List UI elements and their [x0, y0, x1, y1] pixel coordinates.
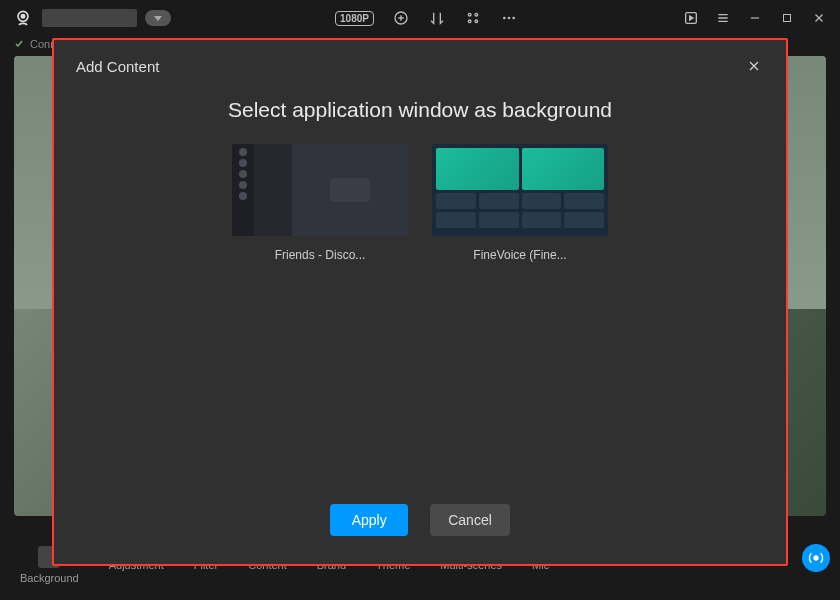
- svg-point-7: [503, 17, 506, 20]
- toolbar-label: Background: [20, 572, 79, 584]
- apply-button[interactable]: Apply: [330, 504, 408, 536]
- window-card-discord[interactable]: Friends - Disco...: [232, 144, 408, 262]
- window-label: FineVoice (Fine...: [432, 236, 608, 262]
- webcam-icon: [12, 7, 34, 29]
- add-icon[interactable]: [392, 9, 410, 27]
- add-content-dialog: Add Content Select application window as…: [52, 38, 788, 566]
- svg-point-9: [512, 17, 515, 20]
- grid-icon[interactable]: [464, 9, 482, 27]
- titlebar: 1080P: [0, 0, 840, 36]
- window-grid: Friends - Disco... FineVoice (Fine...: [54, 144, 786, 262]
- titlebar-right: [682, 9, 828, 27]
- flip-icon[interactable]: [428, 9, 446, 27]
- close-window-icon[interactable]: [810, 9, 828, 27]
- resolution-badge[interactable]: 1080P: [335, 11, 374, 26]
- svg-rect-11: [784, 15, 791, 22]
- window-label: Friends - Disco...: [232, 236, 408, 262]
- svg-point-12: [814, 556, 818, 560]
- svg-point-8: [508, 17, 511, 20]
- dialog-footer: Apply Cancel: [54, 504, 786, 564]
- svg-point-1: [21, 15, 24, 18]
- cancel-button[interactable]: Cancel: [430, 504, 510, 536]
- play-icon[interactable]: [682, 9, 700, 27]
- window-thumb: [232, 144, 408, 236]
- minimize-icon[interactable]: [746, 9, 764, 27]
- svg-point-6: [475, 20, 478, 23]
- svg-point-4: [475, 13, 478, 16]
- svg-point-3: [468, 13, 471, 16]
- broadcast-button[interactable]: [802, 544, 830, 572]
- menu-icon[interactable]: [714, 9, 732, 27]
- window-card-finevoice[interactable]: FineVoice (Fine...: [432, 144, 608, 262]
- close-icon[interactable]: [744, 56, 764, 76]
- dialog-header-title: Add Content: [76, 58, 159, 75]
- titlebar-center: 1080P: [179, 9, 674, 27]
- more-icon[interactable]: [500, 9, 518, 27]
- svg-point-5: [468, 20, 471, 23]
- dialog-title: Select application window as background: [54, 84, 786, 144]
- maximize-icon[interactable]: [778, 9, 796, 27]
- title-dropdown[interactable]: [145, 10, 171, 26]
- title-redacted: [42, 9, 137, 27]
- window-thumb: [432, 144, 608, 236]
- dialog-header: Add Content: [54, 40, 786, 84]
